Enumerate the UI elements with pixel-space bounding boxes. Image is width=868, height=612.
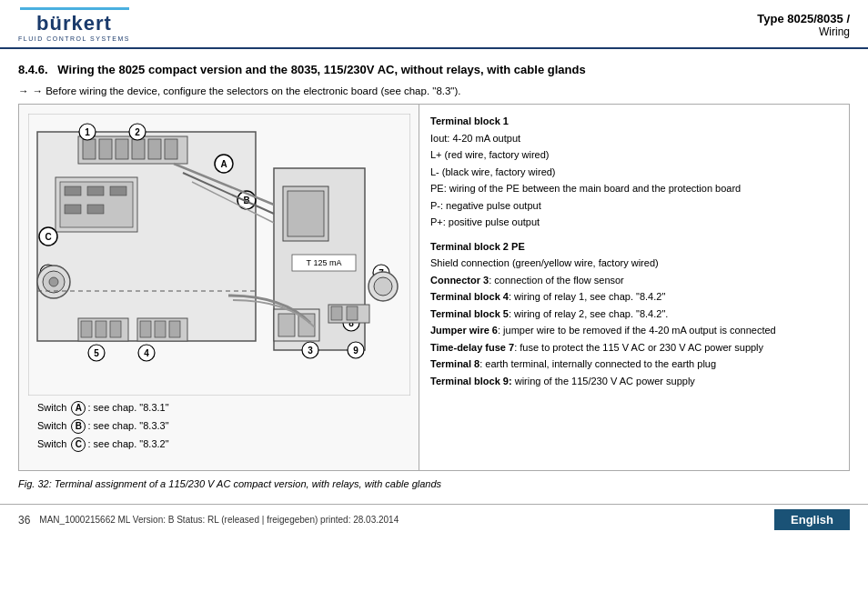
svg-point-55 <box>374 277 392 296</box>
svg-rect-22 <box>65 205 81 214</box>
block1-item-3: PE: wiring of the PE between the main bo… <box>430 181 838 196</box>
section-name: Wiring <box>757 25 850 38</box>
svg-rect-19 <box>65 186 81 196</box>
block9-label: Terminal block 9: <box>430 376 512 386</box>
svg-rect-6 <box>132 139 145 159</box>
block9-line: Terminal block 9: wiring of the 115/230 … <box>430 374 838 389</box>
svg-rect-34 <box>110 321 121 337</box>
svg-rect-37 <box>155 321 166 337</box>
block1-item-2: L- (black wire, factory wired) <box>430 165 838 180</box>
svg-rect-36 <box>140 321 151 337</box>
switch-c-circle: C <box>71 437 86 452</box>
content-area: 1 2 A B C <box>18 104 850 471</box>
connector3-line: Connector 3: connection of the flow sens… <box>430 273 838 288</box>
page-number: 36 <box>18 514 30 527</box>
figure-caption: Fig. 32: Terminal assignment of a 115/23… <box>18 478 850 489</box>
main-content: 8.4.6. Wiring the 8025 compact version a… <box>0 49 868 504</box>
svg-text:5: 5 <box>94 348 99 358</box>
svg-rect-66 <box>278 314 295 336</box>
svg-text:9: 9 <box>353 346 358 356</box>
arrow-icon: → <box>18 85 29 96</box>
svg-rect-20 <box>87 186 104 196</box>
svg-rect-23 <box>87 205 104 214</box>
connector3-label: Connector 3 <box>430 275 489 286</box>
svg-rect-33 <box>96 321 106 337</box>
block1-item-1: L+ (red wire, factory wired) <box>430 147 838 163</box>
svg-rect-3 <box>83 139 96 159</box>
block1-item-5: P+: positive pulse output <box>430 215 838 230</box>
switch-a-circle: A <box>71 401 86 416</box>
block5-label: Terminal block 5 <box>430 308 509 319</box>
svg-text:2: 2 <box>135 127 140 137</box>
block4-line: Terminal block 4: wiring of relay 1, see… <box>430 289 838 305</box>
svg-rect-5 <box>116 139 128 159</box>
svg-rect-45 <box>288 191 324 236</box>
fuse7-label: Time-delay fuse 7 <box>430 342 514 353</box>
company-logo: bürkert FLUID CONTROL SYSTEMS <box>18 7 130 42</box>
terminal8-line: Terminal 8: earth terminal, internally c… <box>430 356 838 372</box>
svg-text:T 125 mA: T 125 mA <box>307 258 342 267</box>
jumper6-label: Jumper wire 6 <box>430 325 498 336</box>
section-title: 8.4.6. Wiring the 8025 compact version a… <box>18 62 850 78</box>
jumper6-line: Jumper wire 6: jumper wire to be removed… <box>430 323 838 338</box>
block4-label: Terminal block 4 <box>430 291 509 302</box>
fuse7-line: Time-delay fuse 7: fuse to protect the 1… <box>430 340 838 356</box>
svg-rect-8 <box>165 139 177 159</box>
logo-bar <box>20 7 129 10</box>
block1-title: Terminal block 1 <box>430 114 838 129</box>
svg-rect-38 <box>169 321 180 337</box>
svg-text:1: 1 <box>85 127 90 137</box>
svg-text:C: C <box>45 232 51 242</box>
svg-rect-59 <box>331 306 342 320</box>
svg-rect-4 <box>99 139 112 159</box>
block2-title: Terminal block 2 PE <box>430 239 838 255</box>
language-label: English <box>774 509 850 530</box>
switch-label-c: Switch C: see chap. "8.3.2" <box>37 437 400 452</box>
switch-label-a: Switch A: see chap. "8.3.1" <box>37 401 400 416</box>
footer-meta: MAN_1000215662 ML Version: B Status: RL … <box>39 515 774 525</box>
svg-rect-60 <box>347 306 358 320</box>
svg-point-30 <box>49 277 58 286</box>
svg-text:A: A <box>220 159 227 169</box>
wiring-diagram: 1 2 A B C <box>28 114 410 396</box>
product-type: Type 8025/8035 / <box>757 12 850 25</box>
block2-item: Shield connection (green/yellow wire, fa… <box>430 256 838 271</box>
page-footer: 36 MAN_1000215662 ML Version: B Status: … <box>0 504 868 535</box>
switch-label-b: Switch B: see chap. "8.3.3" <box>37 419 400 434</box>
switch-b-circle: B <box>71 419 86 434</box>
svg-rect-21 <box>110 186 126 196</box>
logo-subtitle: FLUID CONTROL SYSTEMS <box>18 35 130 42</box>
svg-rect-32 <box>81 321 92 337</box>
block5-line: Terminal block 5: wiring of relay 2, see… <box>430 306 838 322</box>
terminal-info: Terminal block 1 Iout: 4-20 mA output L+… <box>419 105 849 470</box>
header-type-info: Type 8025/8035 / Wiring <box>757 12 850 38</box>
intro-text: →→ Before wiring the device, configure t… <box>18 85 850 96</box>
page-header: bürkert FLUID CONTROL SYSTEMS Type 8025/… <box>0 0 868 49</box>
logo-name: bürkert <box>36 12 112 35</box>
block1-item-0: Iout: 4-20 mA output <box>430 131 838 146</box>
diagram-side: 1 2 A B C <box>19 105 419 470</box>
switch-labels: Switch A: see chap. "8.3.1" Switch B: se… <box>28 396 409 461</box>
svg-text:4: 4 <box>144 348 149 358</box>
block1-item-4: P-: negative pulse output <box>430 198 838 214</box>
svg-rect-7 <box>148 139 161 159</box>
svg-text:3: 3 <box>308 346 313 356</box>
terminal8-label: Terminal 8 <box>430 358 479 369</box>
